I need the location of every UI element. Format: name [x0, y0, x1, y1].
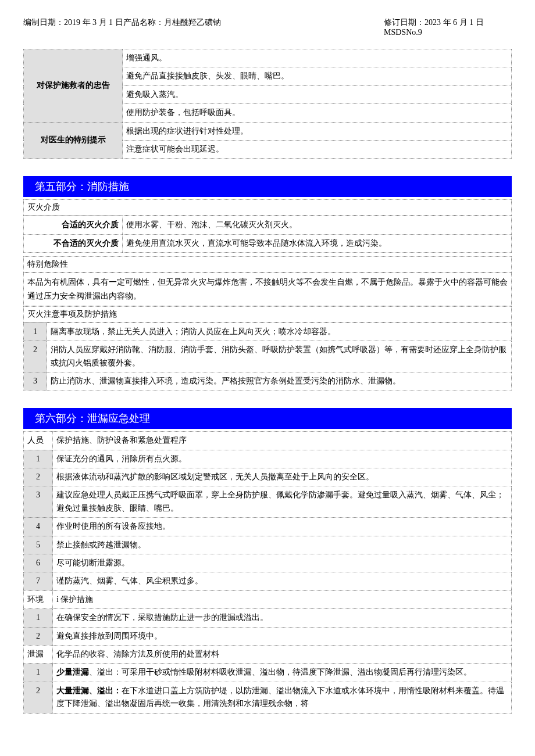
personnel-row: 保证充分的通风，消除所有点火源。	[53, 450, 512, 468]
leak-label: 泄漏	[24, 645, 53, 663]
personnel-row: 禁止接触或跨越泄漏物。	[53, 536, 512, 554]
rescuer-row: 增强通风。	[123, 49, 512, 67]
rescuer-advice-label: 对保护施救者的忠告	[24, 49, 123, 123]
env-row: 避免直接排放到周围环境中。	[53, 627, 512, 645]
rescuer-row: 避免吸入蒸汽。	[123, 85, 512, 103]
advice-table: 对保护施救者的忠告 增强通风。 避免产品直接接触皮肤、头发、眼睛、嘴巴。 避免吸…	[23, 49, 512, 159]
row-num: 4	[24, 518, 53, 536]
leak-subtext: 化学品的收容、清除方法及所使用的处置材料	[53, 645, 512, 663]
msds-number: MSDSNo.9	[384, 28, 512, 37]
personnel-row: 根据液体流动和蒸汽扩散的影响区域划定警戒区，无关人员撤离至处于上风向的安全区。	[53, 468, 512, 486]
rescuer-row: 避免产品直接接触皮肤、头发、眼睛、嘴巴。	[123, 67, 512, 85]
fire-row: 消防人员应穿戴好消防靴、消防服、消防手套、消防头盔、呼吸防护装置（如携气式呼吸器…	[47, 341, 512, 372]
doctor-advice-label: 对医生的特别提示	[24, 122, 123, 159]
leak-row: 大量泄漏、溢出：在下水道进口盖上方筑防护堤，以防泄漏、溢出物流入下水道或水体环境…	[53, 682, 512, 713]
env-subtext: i 保护措施	[53, 590, 512, 608]
row-num: 6	[24, 554, 53, 572]
leak-row: 少量泄漏、溢出：可采用干砂或惰性吸附材料吸收泄漏、溢出物，待温度下降泄漏、溢出物…	[53, 664, 512, 682]
personnel-row: 尽可能切断泄露源。	[53, 554, 512, 572]
row-num: 1	[24, 323, 47, 341]
personnel-row: 谨防蒸汽、烟雾、气体、风尘积累过多。	[53, 572, 512, 590]
personnel-subtext: 保护措施、防护设备和紧急处置程序	[53, 432, 512, 450]
env-label: 环境	[24, 590, 53, 608]
suitable-media-text: 使用水雾、干粉、泡沫、二氧化碳灭火剂灭火。	[123, 216, 512, 234]
header-right: 修订日期：2023 年 6 月 1 日 MSDSNo.9	[384, 17, 512, 37]
fire-row: 隔离事故现场，禁止无关人员进入；消防人员应在上风向灭火；喷水冷却容器。	[47, 323, 512, 341]
row-num: 2	[24, 682, 53, 713]
leak1-bold: 少量泄漏	[56, 668, 89, 676]
row-num: 7	[24, 572, 53, 590]
unsuitable-media-label: 不合适的灭火介质	[24, 234, 123, 252]
personnel-label: 人员	[24, 432, 53, 450]
media-table: 合适的灭火介质 使用水雾、干粉、泡沫、二氧化碳灭火剂灭火。 不合适的灭火介质 避…	[23, 216, 512, 253]
page-header: 编制日期：2019 年 3 月 1 日产品名称：月桂酰羟乙磺钠 修订日期：202…	[23, 17, 512, 37]
sub-special-hazard: 特别危险性	[23, 256, 512, 273]
sub-extinguish-media: 灭火介质	[23, 199, 512, 216]
row-num: 3	[24, 372, 47, 390]
sub-fire-notes: 灭火注意事项及防护措施	[23, 306, 512, 323]
suitable-media-label: 合适的灭火介质	[24, 216, 123, 234]
section5-title: 第五部分：消防措施	[23, 176, 512, 197]
header-left: 编制日期：2019 年 3 月 1 日产品名称：月桂酰羟乙磺钠	[23, 17, 384, 37]
section6-title: 第六部分：泄漏应急处理	[23, 408, 512, 429]
leak2-rest: 在下水道进口盖上方筑防护堤，以防泄漏、溢出物流入下水道或水体环境中，用惰性吸附材…	[56, 686, 504, 708]
row-num: 2	[24, 341, 47, 372]
rescuer-row: 使用防护装备，包括呼吸面具。	[123, 104, 512, 122]
row-num: 1	[24, 609, 53, 627]
personnel-row: 建议应急处理人员戴正压携气式呼吸面罩，穿上全身防护服、佩戴化学防渗漏手套。避免过…	[53, 486, 512, 518]
leak2-bold: 大量泄漏、溢出：	[56, 686, 122, 695]
row-num: 3	[24, 486, 53, 518]
fire-notes-table: 1 隔离事故现场，禁止无关人员进入；消防人员应在上风向灭火；喷水冷却容器。 2 …	[23, 323, 512, 391]
personnel-table: 人员 保护措施、防护设备和紧急处置程序 1保证充分的通风，消除所有点火源。 2根…	[23, 431, 512, 713]
doctor-row: 根据出现的症状进行针对性处理。	[123, 122, 512, 140]
env-row: 在确保安全的情况下，采取措施防止进一步的泄漏或溢出。	[53, 609, 512, 627]
leak1-rest: 、溢出：可采用干砂或惰性吸附材料吸收泄漏、溢出物，待温度下降泄漏、溢出物凝固后再…	[89, 668, 472, 676]
doctor-row: 注意症状可能会出现延迟。	[123, 140, 512, 158]
unsuitable-media-text: 避免使用直流水灭火，直流水可能导致本品随水体流入环境，造成污染。	[123, 234, 512, 252]
revision-date: 修订日期：2023 年 6 月 1 日	[384, 17, 512, 28]
hazard-text: 本品为有机固体，具有一定可燃性，但无异常火灾与爆炸危害，不接触明火等不会发生自燃…	[23, 273, 512, 306]
row-num: 2	[24, 627, 53, 645]
row-num: 1	[24, 450, 53, 468]
personnel-row: 作业时使用的所有设备应接地。	[53, 518, 512, 536]
row-num: 1	[24, 664, 53, 682]
row-num: 5	[24, 536, 53, 554]
fire-row: 防止消防水、泄漏物直接排入环境，造成污染。严格按照官方条例处置受污染的消防水、泄…	[47, 372, 512, 390]
row-num: 2	[24, 468, 53, 486]
